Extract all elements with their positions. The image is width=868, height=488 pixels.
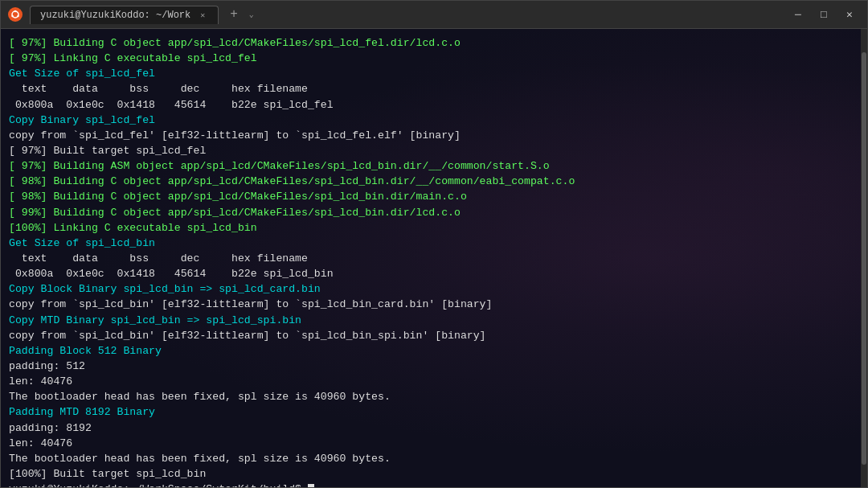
titlebar: yuzuki@YuzukiKoddo: ~/Work ✕ + ⌄ ─ □ ✕ [1, 1, 867, 29]
svg-point-3 [11, 15, 13, 17]
terminal-content: [ 97%] Building C object app/spi_lcd/CMa… [9, 35, 859, 487]
terminal-line: 0x800a 0x1e0c 0x1418 45614 b22e spi_lcd_… [9, 97, 859, 113]
svg-point-2 [17, 15, 18, 17]
terminal-line: padding: 512 [9, 359, 859, 374]
terminal-line: copy from `spi_lcd_fel' [elf32-littlearm… [9, 128, 859, 143]
tab-close-button[interactable]: ✕ [197, 10, 208, 21]
terminal-line: padding: 8192 [9, 420, 859, 436]
terminal-line: Copy Binary spi_lcd_fel [9, 113, 859, 128]
terminal-line: text data bss dec hex filename [9, 81, 859, 96]
ubuntu-logo [8, 7, 23, 22]
terminal-line: [ 97%] Built target spi_lcd_fel [9, 143, 859, 158]
terminal-line: [ 97%] Building ASM object app/spi_lcd/C… [9, 158, 859, 174]
scrollbar-thumb[interactable] [862, 52, 866, 465]
terminal-line: copy from `spi_lcd_bin' [elf32-littlearm… [9, 297, 859, 312]
maximize-button[interactable]: □ [813, 6, 835, 23]
terminal-line: [100%] Built target spi_lcd_bin [9, 466, 859, 482]
tab-dropdown-button[interactable]: ⌄ [249, 10, 254, 19]
terminal-line: Padding MTD 8192 Binary [9, 404, 859, 420]
minimize-button[interactable]: ─ [787, 6, 809, 23]
terminal-line: Get Size of spi_lcd_fel [9, 66, 859, 81]
terminal-line: len: 40476 [9, 374, 859, 389]
terminal-line: len: 40476 [9, 436, 859, 451]
terminal-line: The bootloader head has been fixed, spl … [9, 389, 859, 404]
close-button[interactable]: ✕ [838, 6, 861, 23]
terminal-line: The bootloader head has been fixed, spl … [9, 451, 859, 466]
terminal-line: [ 99%] Building C object app/spi_lcd/CMa… [9, 205, 859, 220]
cursor [308, 484, 314, 487]
terminal-line: Get Size of spi_lcd_bin [9, 236, 859, 251]
terminal-line: yuzuki@YuzukiKoddo:~/WorkSpace/SyterKit/… [9, 482, 859, 487]
terminal-line: [ 97%] Linking C executable spi_lcd_fel [9, 51, 859, 66]
terminal-line: [ 97%] Building C object app/spi_lcd/CMa… [9, 35, 859, 51]
window-controls: ─ □ ✕ [787, 6, 861, 23]
terminal-line: text data bss dec hex filename [9, 251, 859, 266]
terminal-tab[interactable]: yuzuki@YuzukiKoddo: ~/Work ✕ [30, 6, 219, 24]
terminal-line: 0x800a 0x1e0c 0x1418 45614 b22e spi_lcd_… [9, 266, 859, 281]
terminal-line: [ 98%] Building C object app/spi_lcd/CMa… [9, 189, 859, 204]
svg-point-1 [14, 10, 16, 12]
terminal-body[interactable]: [ 97%] Building C object app/spi_lcd/CMa… [1, 29, 867, 487]
terminal-window: yuzuki@YuzukiKoddo: ~/Work ✕ + ⌄ ─ □ ✕ [… [0, 0, 868, 488]
terminal-line: [ 98%] Building C object app/spi_lcd/CMa… [9, 174, 859, 189]
terminal-line: Padding Block 512 Binary [9, 343, 859, 359]
terminal-line: Copy MTD Binary spi_lcd_bin => spi_lcd_s… [9, 313, 859, 328]
titlebar-left: yuzuki@YuzukiKoddo: ~/Work ✕ + ⌄ [7, 6, 254, 24]
ubuntu-icon [7, 6, 23, 23]
tab-label: yuzuki@YuzukiKoddo: ~/Work [40, 10, 190, 21]
new-tab-button[interactable]: + [225, 7, 243, 22]
terminal-line: [100%] Linking C executable spi_lcd_bin [9, 220, 859, 236]
scrollbar[interactable] [861, 29, 867, 487]
terminal-line: copy from `spi_lcd_bin' [elf32-littlearm… [9, 328, 859, 343]
terminal-line: Copy Block Binary spi_lcd_bin => spi_lcd… [9, 281, 859, 297]
